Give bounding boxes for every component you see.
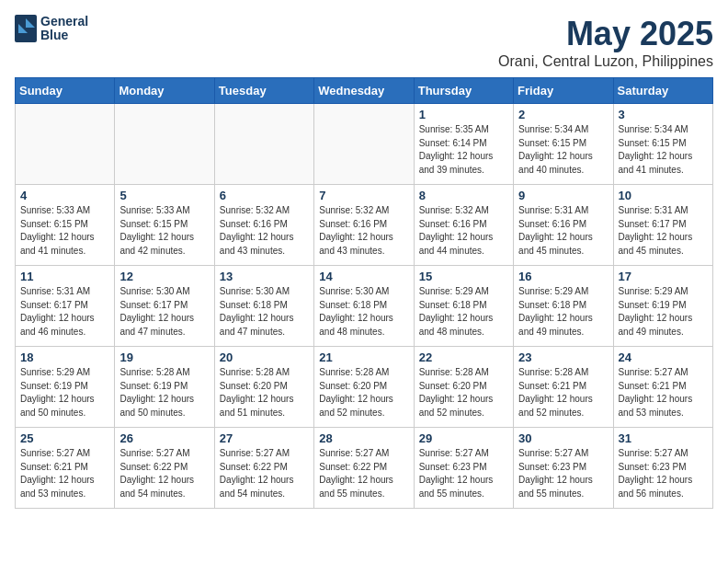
calendar-cell: 12Sunrise: 5:30 AM Sunset: 6:17 PM Dayli… [115, 266, 214, 347]
calendar-cell: 11Sunrise: 5:31 AM Sunset: 6:17 PM Dayli… [16, 266, 115, 347]
day-number: 9 [518, 189, 608, 202]
day-number: 25 [20, 431, 109, 445]
day-number: 11 [20, 270, 109, 283]
day-info: Sunrise: 5:27 AM Sunset: 6:22 PM Dayligh… [319, 447, 408, 500]
calendar-cell: 13Sunrise: 5:30 AM Sunset: 6:18 PM Dayli… [214, 266, 313, 347]
day-number: 5 [119, 189, 209, 202]
calendar-cell: 18Sunrise: 5:29 AM Sunset: 6:19 PM Dayli… [16, 347, 115, 428]
day-info: Sunrise: 5:34 AM Sunset: 6:15 PM Dayligh… [619, 123, 708, 177]
day-info: Sunrise: 5:34 AM Sunset: 6:15 PM Dayligh… [518, 123, 608, 177]
calendar-cell: 26Sunrise: 5:27 AM Sunset: 6:22 PM Dayli… [115, 428, 214, 509]
calendar-cell: 5Sunrise: 5:33 AM Sunset: 6:15 PM Daylig… [115, 185, 214, 266]
calendar-cell: 1Sunrise: 5:35 AM Sunset: 6:14 PM Daylig… [414, 104, 513, 185]
day-number: 15 [419, 270, 508, 283]
day-header-thursday: Thursday [414, 78, 513, 104]
calendar-cell: 8Sunrise: 5:32 AM Sunset: 6:16 PM Daylig… [414, 185, 513, 266]
day-number: 22 [419, 350, 508, 364]
day-header-wednesday: Wednesday [314, 78, 414, 104]
day-number: 16 [518, 270, 608, 283]
day-info: Sunrise: 5:31 AM Sunset: 6:16 PM Dayligh… [518, 204, 608, 258]
day-number: 3 [619, 108, 708, 121]
logo-icon [15, 15, 37, 42]
month-title: May 2025 [498, 15, 713, 53]
calendar-cell: 10Sunrise: 5:31 AM Sunset: 6:17 PM Dayli… [613, 185, 712, 266]
calendar-cell: 17Sunrise: 5:29 AM Sunset: 6:19 PM Dayli… [613, 266, 712, 347]
calendar-cell: 28Sunrise: 5:27 AM Sunset: 6:22 PM Dayli… [314, 428, 414, 509]
day-info: Sunrise: 5:35 AM Sunset: 6:14 PM Dayligh… [419, 123, 508, 177]
day-header-monday: Monday [115, 78, 214, 104]
calendar-cell: 21Sunrise: 5:28 AM Sunset: 6:20 PM Dayli… [314, 347, 414, 428]
day-header-friday: Friday [514, 78, 613, 104]
calendar-week-row: 1Sunrise: 5:35 AM Sunset: 6:14 PM Daylig… [16, 104, 713, 185]
day-number: 8 [419, 189, 508, 202]
day-number: 19 [119, 350, 209, 364]
calendar-cell: 23Sunrise: 5:28 AM Sunset: 6:21 PM Dayli… [514, 347, 613, 428]
calendar-cell: 29Sunrise: 5:27 AM Sunset: 6:23 PM Dayli… [414, 428, 513, 509]
day-number: 20 [220, 350, 309, 364]
logo-line1: General [40, 15, 88, 29]
day-number: 17 [619, 270, 708, 283]
title-area: May 2025 Orani, Central Luzon, Philippin… [498, 15, 713, 70]
calendar-cell: 30Sunrise: 5:27 AM Sunset: 6:23 PM Dayli… [514, 428, 613, 509]
day-info: Sunrise: 5:28 AM Sunset: 6:20 PM Dayligh… [220, 366, 309, 419]
day-number: 26 [119, 431, 209, 445]
day-info: Sunrise: 5:29 AM Sunset: 6:19 PM Dayligh… [619, 285, 708, 339]
day-info: Sunrise: 5:27 AM Sunset: 6:22 PM Dayligh… [220, 447, 309, 500]
calendar-cell: 22Sunrise: 5:28 AM Sunset: 6:20 PM Dayli… [414, 347, 513, 428]
day-number: 18 [20, 350, 109, 364]
calendar-cell: 25Sunrise: 5:27 AM Sunset: 6:21 PM Dayli… [16, 428, 115, 509]
day-info: Sunrise: 5:27 AM Sunset: 6:23 PM Dayligh… [518, 447, 608, 500]
day-info: Sunrise: 5:27 AM Sunset: 6:21 PM Dayligh… [20, 447, 109, 500]
logo-line2: Blue [40, 29, 88, 42]
day-number: 29 [419, 431, 508, 445]
calendar-cell: 3Sunrise: 5:34 AM Sunset: 6:15 PM Daylig… [613, 104, 712, 185]
day-header-saturday: Saturday [613, 78, 712, 104]
calendar-cell [214, 104, 313, 185]
calendar-week-row: 25Sunrise: 5:27 AM Sunset: 6:21 PM Dayli… [16, 428, 713, 509]
day-info: Sunrise: 5:29 AM Sunset: 6:19 PM Dayligh… [20, 366, 109, 419]
calendar: SundayMondayTuesdayWednesdayThursdayFrid… [15, 77, 713, 509]
day-number: 7 [319, 189, 408, 202]
day-number: 12 [119, 270, 209, 283]
day-number: 2 [518, 108, 608, 121]
calendar-cell: 2Sunrise: 5:34 AM Sunset: 6:15 PM Daylig… [514, 104, 613, 185]
header: General Blue May 2025 Orani, Central Luz… [15, 15, 713, 70]
calendar-cell: 4Sunrise: 5:33 AM Sunset: 6:15 PM Daylig… [16, 185, 115, 266]
calendar-week-row: 11Sunrise: 5:31 AM Sunset: 6:17 PM Dayli… [16, 266, 713, 347]
day-number: 24 [619, 350, 708, 364]
location-title: Orani, Central Luzon, Philippines [498, 53, 713, 70]
day-number: 4 [20, 189, 109, 202]
day-info: Sunrise: 5:28 AM Sunset: 6:20 PM Dayligh… [419, 366, 508, 419]
day-number: 13 [220, 270, 309, 283]
calendar-cell: 14Sunrise: 5:30 AM Sunset: 6:18 PM Dayli… [314, 266, 414, 347]
logo: General Blue [15, 15, 88, 43]
day-number: 28 [319, 431, 408, 445]
calendar-cell: 31Sunrise: 5:27 AM Sunset: 6:23 PM Dayli… [613, 428, 712, 509]
day-info: Sunrise: 5:28 AM Sunset: 6:19 PM Dayligh… [119, 366, 209, 419]
day-number: 6 [220, 189, 309, 202]
day-info: Sunrise: 5:29 AM Sunset: 6:18 PM Dayligh… [419, 285, 508, 339]
day-info: Sunrise: 5:28 AM Sunset: 6:21 PM Dayligh… [518, 366, 608, 419]
calendar-week-row: 4Sunrise: 5:33 AM Sunset: 6:15 PM Daylig… [16, 185, 713, 266]
day-info: Sunrise: 5:31 AM Sunset: 6:17 PM Dayligh… [619, 204, 708, 258]
day-number: 31 [619, 431, 708, 445]
calendar-cell [16, 104, 115, 185]
calendar-week-row: 18Sunrise: 5:29 AM Sunset: 6:19 PM Dayli… [16, 347, 713, 428]
day-number: 27 [220, 431, 309, 445]
day-number: 14 [319, 270, 408, 283]
calendar-cell: 9Sunrise: 5:31 AM Sunset: 6:16 PM Daylig… [514, 185, 613, 266]
calendar-cell: 20Sunrise: 5:28 AM Sunset: 6:20 PM Dayli… [214, 347, 313, 428]
day-info: Sunrise: 5:30 AM Sunset: 6:18 PM Dayligh… [319, 285, 408, 339]
calendar-header-row: SundayMondayTuesdayWednesdayThursdayFrid… [16, 78, 713, 104]
calendar-cell [314, 104, 414, 185]
day-header-tuesday: Tuesday [214, 78, 313, 104]
calendar-cell: 19Sunrise: 5:28 AM Sunset: 6:19 PM Dayli… [115, 347, 214, 428]
day-info: Sunrise: 5:32 AM Sunset: 6:16 PM Dayligh… [419, 204, 508, 258]
day-info: Sunrise: 5:33 AM Sunset: 6:15 PM Dayligh… [119, 204, 209, 258]
day-info: Sunrise: 5:30 AM Sunset: 6:18 PM Dayligh… [220, 285, 309, 339]
calendar-cell: 24Sunrise: 5:27 AM Sunset: 6:21 PM Dayli… [613, 347, 712, 428]
day-info: Sunrise: 5:27 AM Sunset: 6:21 PM Dayligh… [619, 366, 708, 419]
day-info: Sunrise: 5:32 AM Sunset: 6:16 PM Dayligh… [319, 204, 408, 258]
day-number: 1 [419, 108, 508, 121]
day-info: Sunrise: 5:32 AM Sunset: 6:16 PM Dayligh… [220, 204, 309, 258]
